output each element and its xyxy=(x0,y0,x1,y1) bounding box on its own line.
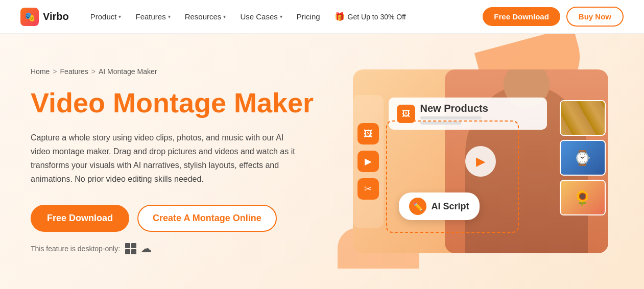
breadcrumb-sep-1: > xyxy=(53,67,57,76)
desktop-only-label: This feature is desktop-only: xyxy=(31,245,120,253)
nav-promo[interactable]: 🎁 Get Up to 30% Off xyxy=(328,8,412,26)
nav-pricing[interactable]: Pricing xyxy=(291,8,326,25)
nav-buy-now-button[interactable]: Buy Now xyxy=(566,7,624,27)
banner-line-2 xyxy=(420,122,461,125)
banner-lines xyxy=(420,116,488,125)
breadcrumb-current: AI Montage Maker xyxy=(99,67,157,76)
banner-image-icon: 🖼 xyxy=(397,105,415,123)
breadcrumb-home[interactable]: Home xyxy=(31,67,50,76)
nav-resources[interactable]: Resources ▾ xyxy=(179,8,232,25)
banner-line-1 xyxy=(420,116,482,119)
hero-description: Capture a whole story using video clips,… xyxy=(31,131,296,186)
hero-free-download-button[interactable]: Free Download xyxy=(31,205,129,232)
desktop-icons: ☁ xyxy=(125,242,152,255)
hero-left: Home > Features > AI Montage Maker Video… xyxy=(31,34,317,289)
logo-icon: 🎭 xyxy=(20,8,39,26)
nav-free-download-button[interactable]: Free Download xyxy=(483,7,560,26)
logo-emoji: 🎭 xyxy=(24,11,35,22)
banner-title: New Products xyxy=(420,103,488,114)
breadcrumb-features[interactable]: Features xyxy=(60,67,88,76)
nav-items: Product ▾ Features ▾ Resources ▾ Use Cas… xyxy=(84,8,475,26)
win-square-tr xyxy=(131,243,136,248)
ai-script-icon: ✏️ xyxy=(409,198,426,215)
chevron-down-icon: ▾ xyxy=(118,14,121,19)
chevron-down-icon: ▾ xyxy=(223,14,226,19)
breadcrumb-sep-2: > xyxy=(91,67,96,76)
hero-section: Home > Features > AI Montage Maker Video… xyxy=(0,34,644,289)
windows-icon xyxy=(125,243,136,254)
hero-create-montage-button[interactable]: Create A Montage Online xyxy=(137,205,277,232)
win-square-tl xyxy=(125,243,130,248)
thumbnail-3: 🌻 xyxy=(560,180,606,215)
tool-play-button[interactable]: ▶ xyxy=(357,151,379,172)
play-circle-button[interactable]: ▶ xyxy=(465,146,496,177)
tool-scissors-button[interactable]: ✂ xyxy=(357,178,379,200)
hero-illustration: 🖼 ▶ ✂ 🖼 New Products xyxy=(317,34,613,289)
nav-cta: Free Download Buy Now xyxy=(483,7,624,27)
chevron-down-icon: ▾ xyxy=(168,14,171,19)
ai-script-badge[interactable]: ✏️ AI Script xyxy=(399,192,480,220)
win-square-bl xyxy=(125,249,130,254)
thumbnail-stack: ⌚ 🌻 xyxy=(560,100,606,215)
banner-content: New Products xyxy=(420,103,488,125)
logo[interactable]: 🎭 Virbo xyxy=(20,8,69,26)
breadcrumb: Home > Features > AI Montage Maker xyxy=(31,67,317,76)
tool-image-button[interactable]: 🖼 xyxy=(357,123,379,144)
win-square-br xyxy=(131,249,136,254)
hero-title: Video Montage Maker xyxy=(31,88,317,118)
desktop-only-notice: This feature is desktop-only: ☁ xyxy=(31,242,317,255)
thumbnail-2: ⌚ xyxy=(560,140,606,176)
ai-script-label: AI Script xyxy=(432,201,469,212)
illustration-container: 🖼 ▶ ✂ 🖼 New Products xyxy=(322,54,608,269)
new-products-banner: 🖼 New Products xyxy=(389,98,547,130)
brand-name: Virbo xyxy=(43,11,69,22)
navbar: 🎭 Virbo Product ▾ Features ▾ Resources ▾… xyxy=(0,0,644,34)
thumbnail-1 xyxy=(560,100,606,136)
chevron-down-icon: ▾ xyxy=(280,14,282,19)
main-card: 🖼 ▶ ✂ 🖼 New Products xyxy=(353,69,608,253)
cloud-download-icon: ☁ xyxy=(140,242,152,255)
promo-label: Get Up to 30% Off xyxy=(348,13,406,21)
nav-features[interactable]: Features ▾ xyxy=(129,8,176,25)
card-toolbar: 🖼 ▶ ✂ xyxy=(353,95,384,228)
nav-use-cases[interactable]: Use Cases ▾ xyxy=(234,8,288,25)
nav-product[interactable]: Product ▾ xyxy=(84,8,128,25)
promo-icon: 🎁 xyxy=(335,12,345,21)
hero-buttons: Free Download Create A Montage Online xyxy=(31,205,317,232)
